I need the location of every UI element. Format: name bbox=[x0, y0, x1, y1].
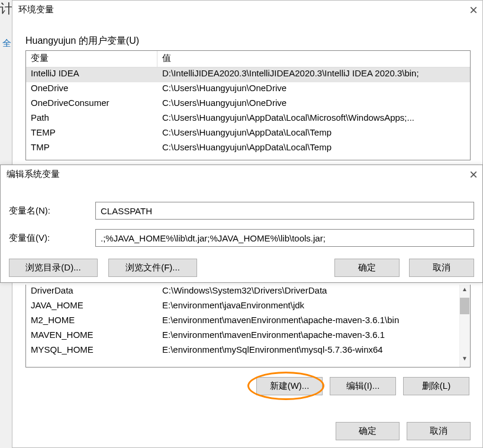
user-vars-table[interactable]: 变量 值 IntelliJ IDEAD:\IntelliJIDEA2020.3\… bbox=[25, 50, 471, 160]
edit-button[interactable]: 编辑(I)... bbox=[330, 377, 396, 395]
close-icon[interactable]: × bbox=[469, 2, 478, 18]
table-row[interactable]: MAVEN_HOMEE:\environment\mavenEnvironmen… bbox=[26, 329, 470, 344]
table-row[interactable]: TMPC:\Users\Huangyujun\AppData\Local\Tem… bbox=[26, 141, 470, 156]
table-row[interactable]: TEMPC:\Users\Huangyujun\AppData\Local\Te… bbox=[26, 127, 470, 141]
var-value-input[interactable] bbox=[95, 229, 474, 247]
table-row[interactable]: PathC:\Users\Huangyujun\AppData\Local\Mi… bbox=[26, 112, 470, 127]
var-name: OneDriveConsumer bbox=[26, 97, 157, 112]
cancel-button[interactable]: 取消 bbox=[409, 259, 474, 277]
var-value: C:\Users\Huangyujun\OneDrive bbox=[157, 97, 470, 112]
env-dialog-title: 环境变量 bbox=[18, 4, 54, 15]
var-value: E:\environment\mavenEnvironment\apache-m… bbox=[157, 329, 470, 344]
var-value: C:\Users\Huangyujun\AppData\Local\Temp bbox=[157, 127, 470, 141]
var-name: TEMP bbox=[26, 127, 157, 141]
table-row[interactable]: M2_HOMEE:\environment\mavenEnvironment\a… bbox=[26, 314, 470, 329]
var-name-label: 变量名(N): bbox=[9, 205, 95, 217]
var-value: C:\Windows\System32\Drivers\DriverData bbox=[157, 285, 470, 299]
edit-dialog-title: 编辑系统变量 bbox=[7, 169, 60, 180]
delete-button[interactable]: 删除(L) bbox=[403, 377, 469, 395]
var-name: MAVEN_HOME bbox=[26, 329, 157, 344]
table-row[interactable]: IntelliJ IDEAD:\IntelliJIDEA2020.3\Intel… bbox=[26, 67, 470, 82]
table-row[interactable]: DriverDataC:\Windows\System32\Drivers\Dr… bbox=[26, 285, 470, 299]
var-name: JAVA_HOME bbox=[26, 299, 157, 314]
table-header: 变量 值 bbox=[26, 51, 470, 67]
scroll-up-icon[interactable]: ▲ bbox=[460, 286, 469, 296]
system-vars-table[interactable]: DriverDataC:\Windows\System32\Drivers\Dr… bbox=[25, 285, 471, 368]
col-value[interactable]: 值 bbox=[157, 51, 470, 67]
var-value: E:\environment\javaEnvironment\jdk bbox=[157, 299, 470, 314]
close-icon[interactable]: × bbox=[469, 166, 478, 183]
scroll-down-icon[interactable]: ▼ bbox=[460, 355, 469, 366]
var-value: E:\environment\mySqlEnvironment\mysql-5.… bbox=[157, 344, 470, 359]
table-row[interactable]: OneDriveC:\Users\Huangyujun\OneDrive bbox=[26, 82, 470, 97]
table-row[interactable]: MYSQL_HOMEE:\environment\mySqlEnvironmen… bbox=[26, 344, 470, 359]
table-row[interactable]: JAVA_HOMEE:\environment\javaEnvironment\… bbox=[26, 299, 470, 314]
var-name: DriverData bbox=[26, 285, 157, 299]
new-button[interactable]: 新建(W)... bbox=[256, 377, 323, 395]
var-value: C:\Users\Huangyujun\OneDrive bbox=[157, 82, 470, 97]
ok-button[interactable]: 确定 bbox=[334, 259, 400, 277]
var-name: Path bbox=[26, 112, 157, 127]
bg-link-fragment: 全 bbox=[2, 38, 11, 49]
browse-dir-button[interactable]: 浏览目录(D)... bbox=[9, 259, 98, 277]
var-name-input[interactable] bbox=[95, 202, 474, 220]
var-value-label: 变量值(V): bbox=[9, 233, 95, 244]
var-name: OneDrive bbox=[26, 82, 157, 97]
var-name: MYSQL_HOME bbox=[26, 344, 157, 359]
var-value: C:\Users\Huangyujun\AppData\Local\Temp bbox=[157, 141, 470, 156]
var-name: TMP bbox=[26, 141, 157, 156]
user-vars-label: Huangyujun 的用户变量(U) bbox=[25, 35, 139, 47]
col-name[interactable]: 变量 bbox=[26, 51, 157, 67]
var-value: C:\Users\Huangyujun\AppData\Local\Micros… bbox=[157, 112, 470, 127]
scrollbar[interactable]: ▲ ▼ bbox=[459, 285, 470, 367]
scroll-thumb[interactable] bbox=[460, 298, 469, 314]
var-value: E:\environment\mavenEnvironment\apache-m… bbox=[157, 314, 470, 329]
browse-file-button[interactable]: 浏览文件(F)... bbox=[108, 259, 197, 277]
var-name: M2_HOME bbox=[26, 314, 157, 329]
table-row[interactable]: OneDriveConsumerC:\Users\Huangyujun\OneD… bbox=[26, 97, 470, 112]
ok-button[interactable]: 确定 bbox=[336, 422, 400, 440]
cancel-button[interactable]: 取消 bbox=[407, 422, 471, 440]
edit-variable-dialog: 编辑系统变量 × 变量名(N): 变量值(V): 浏览目录(D)... 浏览文件… bbox=[0, 165, 483, 283]
bg-fragment: 计 bbox=[0, 0, 13, 18]
var-value: D:\IntelliJIDEA2020.3\IntelliJIDEA2020.3… bbox=[157, 67, 470, 82]
var-name: IntelliJ IDEA bbox=[26, 67, 157, 82]
